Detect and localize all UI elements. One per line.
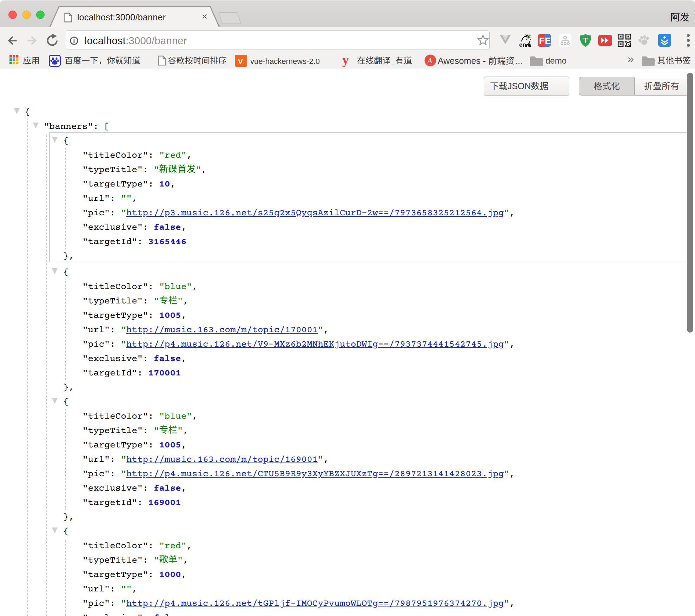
svg-text:V: V xyxy=(238,57,243,65)
svg-text:en: en xyxy=(519,41,526,48)
svg-text:y: y xyxy=(342,54,349,67)
svg-text:英: 英 xyxy=(526,34,531,40)
svg-text:F: F xyxy=(539,35,545,46)
svg-text:T: T xyxy=(583,36,588,45)
svg-text:E: E xyxy=(545,35,551,46)
svg-text:A: A xyxy=(427,56,432,65)
